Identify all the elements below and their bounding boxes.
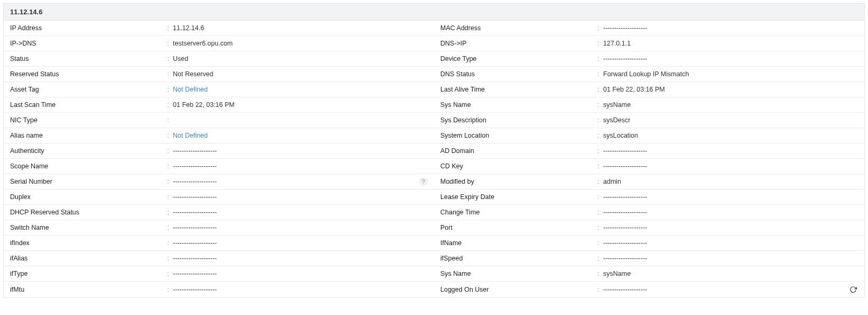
field-value: -------------------- xyxy=(173,255,428,262)
field-value-text: 01 Feb 22, 03:16 PM xyxy=(173,101,428,109)
separator: : xyxy=(594,209,603,216)
info-icon[interactable]: ? xyxy=(419,177,428,186)
field-value-text: -------------------- xyxy=(603,224,858,231)
field-label: Scope Name xyxy=(10,163,163,170)
field-value: -------------------- xyxy=(173,224,428,231)
separator: : xyxy=(163,116,173,124)
field-value: -------------------- xyxy=(603,193,858,201)
field-value-text: -------------------- xyxy=(173,239,428,247)
field-label: Last Scan Time xyxy=(10,101,163,109)
field-value: admin xyxy=(603,178,858,185)
field-value: -------------------- xyxy=(173,270,428,277)
field-value-text: -------------------- xyxy=(603,147,858,155)
separator: : xyxy=(163,270,173,277)
field-label: Change Time xyxy=(440,209,594,216)
field-label: Status xyxy=(10,55,163,62)
separator: : xyxy=(163,209,173,216)
field-label: Device Type xyxy=(440,55,594,62)
field-value-text: -------------------- xyxy=(603,193,858,201)
field-label: Reserved Status xyxy=(10,70,163,78)
field-system-location: System Location:sysLocation xyxy=(434,128,864,143)
field-reserved-status: Reserved Status:Not Reserved xyxy=(4,67,434,82)
field-value[interactable]: Not Defined xyxy=(173,86,428,93)
field-value: Not Reserved xyxy=(173,70,428,78)
field-device-type: Device Type:-------------------- xyxy=(434,51,864,67)
ip-details-panel: 11.12.14.6 IP Address:11.12.14.6MAC Addr… xyxy=(3,3,865,298)
field-value: -------------------- xyxy=(603,163,858,170)
field-label: ifSpeed xyxy=(440,255,594,262)
field-value-text: -------------------- xyxy=(173,209,428,216)
separator: : xyxy=(594,286,603,293)
separator: : xyxy=(594,224,603,231)
field-label: DHCP Reserved Status xyxy=(10,209,163,216)
field-label: Port xyxy=(440,224,594,231)
field-mac-address: MAC Address:-------------------- xyxy=(434,21,864,36)
field-ifindex: ifIndex:-------------------- xyxy=(4,236,434,251)
separator: : xyxy=(163,178,173,185)
field-lease-expiry-date: Lease Expiry Date:-------------------- xyxy=(434,190,864,205)
field-sys-name: Sys Name:sysName xyxy=(434,266,864,282)
field-value-text: sysName xyxy=(603,270,858,277)
field-ifname: IfName:-------------------- xyxy=(434,236,864,251)
separator: : xyxy=(594,132,603,139)
separator: : xyxy=(594,193,603,201)
field-value: -------------------- xyxy=(173,147,428,155)
field-alias-name: Alias name:Not Defined xyxy=(4,128,434,143)
field-value-text: Not Defined xyxy=(173,86,428,93)
panel-body: IP Address:11.12.14.6MAC Address:-------… xyxy=(4,21,864,297)
separator: : xyxy=(594,116,603,124)
field-value: Forward Lookup IP Mismatch xyxy=(603,70,858,78)
field-value: sysName xyxy=(603,101,858,109)
panel-title: 11.12.14.6 xyxy=(10,8,42,16)
field-label: Switch Name xyxy=(10,224,163,231)
separator: : xyxy=(594,163,603,170)
field-last-alive-time: Last Alive Time:01 Feb 22, 03:16 PM xyxy=(434,82,864,97)
field-value: -------------------- xyxy=(173,193,428,201)
field-scope-name: Scope Name:-------------------- xyxy=(4,159,434,174)
field-authenticity: Authenticity:-------------------- xyxy=(4,143,434,159)
field-value-text: Not Defined xyxy=(173,132,428,139)
field-value[interactable]: Not Defined xyxy=(173,132,428,139)
field-value-text: 127.0.1.1 xyxy=(603,40,858,47)
field-value: -------------------- xyxy=(603,255,858,262)
field-sys-description: Sys Description:sysDescr xyxy=(434,113,864,128)
field-port: Port:-------------------- xyxy=(434,220,864,236)
field-value-text: 01 Feb 22, 03:16 PM xyxy=(603,86,858,93)
panel-header: 11.12.14.6 xyxy=(4,4,864,21)
field-value: -------------------- xyxy=(603,209,858,216)
refresh-icon[interactable] xyxy=(848,285,858,294)
field-ifspeed: ifSpeed:-------------------- xyxy=(434,251,864,266)
field-label: IfName xyxy=(440,239,594,247)
field-value-text: Not Reserved xyxy=(173,70,428,78)
field-label: AD Domain xyxy=(440,147,594,155)
field-value-text: -------------------- xyxy=(603,55,858,62)
field-value-text: -------------------- xyxy=(173,163,428,170)
field-value-text: -------------------- xyxy=(173,147,428,155)
field-value-text: -------------------- xyxy=(173,193,428,201)
field-logged-on-user: Logged On User:-------------------- xyxy=(434,282,864,297)
field-duplex: Duplex:-------------------- xyxy=(4,190,434,205)
separator: : xyxy=(163,163,173,170)
field-label: Authenticity xyxy=(10,147,163,155)
field-label: IP Address xyxy=(10,24,163,32)
field-ad-domain: AD Domain:-------------------- xyxy=(434,143,864,159)
field-sys-name: Sys Name:sysName xyxy=(434,97,864,113)
separator: : xyxy=(594,178,603,185)
field-label: Asset Tag xyxy=(10,86,163,93)
field-label: Alias name xyxy=(10,132,163,139)
separator: : xyxy=(163,193,173,201)
field-value: -------------------- xyxy=(603,239,858,247)
field-iftype: ifType:-------------------- xyxy=(4,266,434,282)
field-label: Sys Name xyxy=(440,101,594,109)
separator: : xyxy=(163,101,173,109)
field-value: 01 Feb 22, 03:16 PM xyxy=(603,86,858,93)
field-label: Sys Name xyxy=(440,270,594,277)
field-value: -------------------- xyxy=(173,286,428,293)
field-value: -------------------- xyxy=(173,239,428,247)
field-label: ifIndex xyxy=(10,239,163,247)
field-label: IP->DNS xyxy=(10,40,163,47)
field-value: -------------------- xyxy=(173,209,428,216)
field-ifmtu: ifMtu:-------------------- xyxy=(4,282,434,297)
field-value: -------------------- xyxy=(603,55,858,62)
separator: : xyxy=(594,101,603,109)
